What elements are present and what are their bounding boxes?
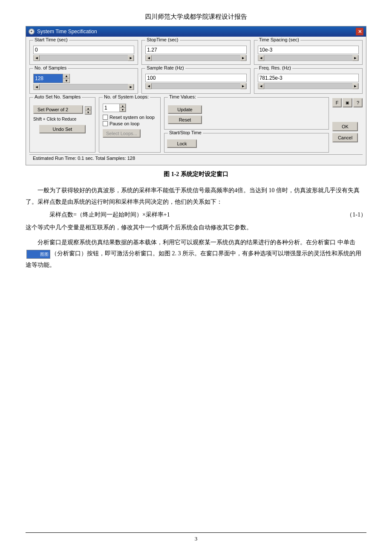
cancel-button[interactable]: Cancel <box>332 133 358 142</box>
time-spacing-group: Time Spacing (sec) ◄ ► <box>254 40 363 65</box>
formula-number: （1-1） <box>332 211 366 219</box>
loops-group: No. of System Loops: ▲ ▼ Reset system on… <box>99 97 161 153</box>
pause-on-loop-label: Pause on loop <box>110 121 139 126</box>
time-spacing-input[interactable] <box>258 46 359 54</box>
start-time-group: Start Time (sec) ◄ ► <box>29 40 138 65</box>
start-time-scroll-right[interactable]: ► <box>128 55 134 61</box>
no-samples-down[interactable]: ▼ <box>63 78 70 83</box>
reset-button[interactable]: Reset <box>168 116 202 124</box>
sample-rate-scroll-left[interactable]: ◄ <box>146 83 152 89</box>
set-power-button[interactable]: Set Power of 2 <box>33 105 83 114</box>
stop-time-input[interactable] <box>145 46 246 54</box>
stop-time-scroll-left[interactable]: ◄ <box>146 55 152 61</box>
time-values-label: Time Values: <box>168 94 197 99</box>
no-samples-scroll-left[interactable]: ◄ <box>34 84 40 90</box>
start-time-label: Start Time (sec) <box>33 37 69 42</box>
no-samples-scroll-right[interactable]: ► <box>128 84 134 90</box>
start-time-scroll-left[interactable]: ◄ <box>34 55 40 61</box>
f-button[interactable]: F <box>332 98 342 107</box>
freq-res-input[interactable] <box>258 74 359 82</box>
no-samples-group: No. of Samples ▲ ▼ ◄ ► <box>29 68 138 94</box>
dialog-title-icon <box>29 29 35 35</box>
help-button[interactable]: ? <box>353 98 363 107</box>
stop-time-label: StopTime (sec) <box>145 37 179 42</box>
stop-time-group: StopTime (sec) ◄ ► <box>141 40 250 65</box>
image-button[interactable]: ▣ <box>343 98 352 107</box>
start-stop-group: Start/Stop Time Lock <box>164 133 329 153</box>
no-samples-input[interactable] <box>33 74 63 83</box>
time-spacing-scroll-right[interactable]: ► <box>352 55 358 61</box>
sample-rate-group: Sample Rate (Hz) ◄ ► <box>141 68 250 94</box>
freq-res-scroll-right[interactable]: ► <box>352 83 358 89</box>
time-values-group: Time Values: Update Reset <box>164 97 329 130</box>
time-spacing-label: Time Spacing (sec) <box>258 37 300 42</box>
right-buttons-area: F ▣ ? OK Cancel <box>332 97 363 153</box>
lock-button[interactable]: Lock <box>167 139 197 148</box>
start-time-input[interactable] <box>33 46 134 54</box>
loops-down[interactable]: ▼ <box>120 108 126 112</box>
sample-rate-label: Sample Rate (Hz) <box>145 65 185 70</box>
dialog-title: System Time Specification <box>37 29 97 35</box>
status-bar: Estimated Run Time: 0.1 sec. Total Sampl… <box>29 154 363 162</box>
sample-rate-input[interactable] <box>145 74 246 82</box>
auto-set-label: Auto Set No. Samples <box>33 94 82 99</box>
page-header: 四川师范大学成都学院课程设计报告 <box>26 13 366 21</box>
loops-label: No. of System Loops: <box>103 94 150 99</box>
reset-system-label: Reset system on loop <box>110 115 155 120</box>
body-para1: 一般为了获得较好的仿真波形，系统的采样率不能低于系统信号最高频率的4倍。当达到 … <box>26 185 366 208</box>
inline-icon: 图图 <box>26 250 50 259</box>
ok-button[interactable]: OK <box>332 122 358 131</box>
loops-input[interactable] <box>103 104 120 112</box>
time-spacing-scroll-left[interactable]: ◄ <box>258 55 264 61</box>
set-power-down[interactable]: ▼ <box>85 110 91 114</box>
dialog-window: System Time Specification ✕ Start Time (… <box>26 26 366 165</box>
sample-rate-scroll-right[interactable]: ► <box>240 83 246 89</box>
pause-on-loop-checkbox[interactable] <box>103 121 108 126</box>
undo-set-button[interactable]: Undo Set <box>39 125 86 133</box>
shift-click-label: Shift + Click to Reduce <box>33 117 92 121</box>
page-footer: 3 <box>26 532 366 542</box>
dialog-titlebar: System Time Specification ✕ <box>26 26 366 37</box>
freq-res-scroll-left[interactable]: ◄ <box>258 83 264 89</box>
body-para2: 这个等式中几个变量是相互联系的，修改其中一个或两个后系统会自动修改其它参数。 <box>26 222 366 234</box>
auto-set-group: Auto Set No. Samples Set Power of 2 ▲ ▼ … <box>29 97 95 153</box>
no-samples-up[interactable]: ▲ <box>63 74 70 78</box>
reset-system-checkbox[interactable] <box>103 115 108 120</box>
body-para3: 分析窗口是观察系统仿真结果数据的基本载体，利用它可以观察某一系统仿真的结果进行的… <box>26 237 366 271</box>
start-stop-label: Start/Stop Time <box>168 130 203 135</box>
set-power-up[interactable]: ▲ <box>85 107 91 110</box>
select-loops-button[interactable]: Select Loops... <box>103 129 141 138</box>
loops-up[interactable]: ▲ <box>120 104 126 108</box>
figure-caption: 图 1-2 系统定时设定窗口 <box>26 171 366 178</box>
formula-text: 采样点数=（终止时间一起始时间）×采样率+1 <box>49 211 332 219</box>
update-button[interactable]: Update <box>168 105 202 114</box>
freq-res-label: Freq. Res. (Hz) <box>258 65 292 70</box>
close-button[interactable]: ✕ <box>356 28 363 35</box>
stop-time-scroll-right[interactable]: ► <box>240 55 246 61</box>
no-samples-label: No. of Samples <box>33 65 68 70</box>
freq-res-group: Freq. Res. (Hz) ◄ ► <box>254 68 363 94</box>
